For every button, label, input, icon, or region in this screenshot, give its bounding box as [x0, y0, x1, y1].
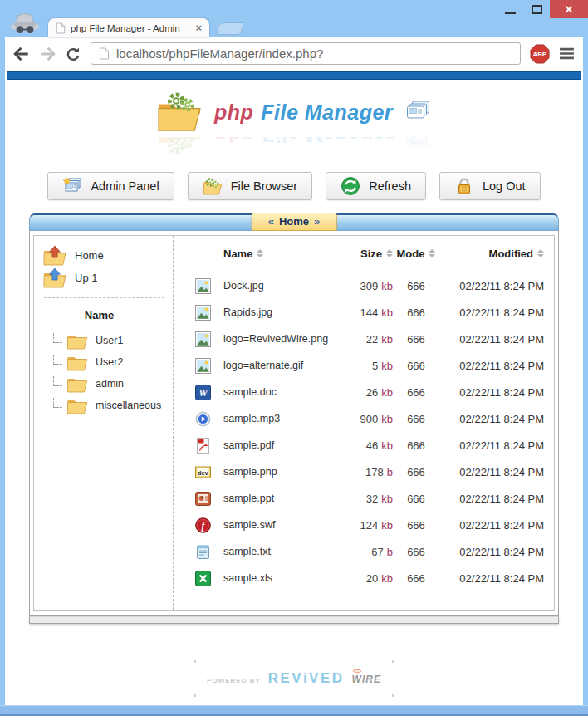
file-name-link[interactable]: sample.mp3: [223, 413, 333, 424]
dev-file-icon: dev: [195, 464, 223, 480]
file-name-link[interactable]: Dock.jpg: [223, 280, 333, 292]
action-button-admin-panel[interactable]: Admin Panel: [47, 172, 174, 200]
file-name-link[interactable]: Rapids.jpg: [223, 307, 333, 318]
svg-text:ABP: ABP: [533, 51, 548, 58]
column-header-name[interactable]: Name: [223, 248, 333, 260]
panel-header: «Home»: [29, 213, 559, 231]
file-size: 46kb: [366, 439, 393, 452]
folder-label: miscellaneous: [96, 400, 161, 411]
corner-dot: [392, 660, 394, 663]
file-name-link[interactable]: sample.swf: [223, 519, 333, 531]
table-row: sample.xls 20kb 666 02/22/11 8:24 PM: [195, 565, 544, 591]
sidebar-folder-admin[interactable]: admin: [42, 373, 173, 395]
sidebar-folder-user1[interactable]: User1: [42, 330, 173, 351]
back-icon[interactable]: [13, 47, 30, 61]
tab-close-icon[interactable]: ×: [195, 22, 202, 33]
tab-title: php File Manager - Admin: [71, 23, 190, 33]
file-size-unit: kb: [381, 493, 393, 505]
image-file-icon: [195, 278, 223, 294]
file-size: 67b: [371, 546, 393, 558]
panel-body: Home Up 1 Name User1 User2 admin miscell…: [29, 231, 559, 616]
forward-icon[interactable]: [39, 47, 56, 61]
logo-reflection: phpFile Manager: [5, 137, 583, 155]
chevron-right-icon: »: [314, 215, 320, 228]
sidebar-item-home[interactable]: Home: [42, 244, 173, 267]
sidebar-folder-miscellaneous[interactable]: miscellaneous: [42, 395, 173, 416]
powered-by-logo[interactable]: POWERED BY REViVED WIRE: [194, 660, 394, 697]
table-row: logo=RevivedWire.png 22kb 666 02/22/11 8…: [195, 326, 544, 352]
new-tab-button[interactable]: [215, 22, 244, 35]
swf-file-icon: f: [195, 517, 223, 533]
url-text[interactable]: localhost/phpFileManager/index.php?: [116, 47, 323, 61]
file-size-value: 20: [366, 572, 378, 585]
action-button-log-out[interactable]: Log Out: [439, 172, 541, 200]
minimize-button[interactable]: [497, 0, 523, 18]
tab-strip: php File Manager - Admin ×: [0, 18, 588, 37]
chevron-left-icon: «: [268, 215, 274, 228]
file-size-value: 22: [366, 333, 378, 346]
maximize-button[interactable]: [523, 0, 550, 18]
file-size-value: 26: [366, 386, 378, 399]
file-size-value: 5: [372, 360, 378, 372]
file-size: 5kb: [372, 360, 393, 372]
file-modified: 02/22/11 8:24 PM: [459, 572, 544, 585]
column-header-mode[interactable]: Mode: [397, 248, 436, 260]
file-name-link[interactable]: sample.php: [223, 466, 333, 478]
svg-text:W: W: [198, 387, 208, 399]
cards-icon: [404, 100, 433, 125]
file-modified: 02/22/11 8:24 PM: [459, 546, 544, 558]
column-header-size[interactable]: Size: [360, 248, 393, 260]
column-header-modified[interactable]: Modified: [489, 248, 544, 260]
browser-tab[interactable]: php File Manager - Admin ×: [48, 18, 209, 37]
file-browser-icon: [203, 177, 223, 195]
file-name-link[interactable]: sample.txt: [223, 546, 333, 557]
sidebar-folder-user2[interactable]: User2: [42, 351, 173, 373]
file-size: 124kb: [360, 519, 393, 532]
file-name-link[interactable]: logo=alternate.gif: [223, 360, 333, 371]
file-name-link[interactable]: sample.ppt: [223, 493, 333, 504]
site-logo: phpFile Manager phpFile Manager: [5, 91, 583, 155]
file-size: 144kb: [360, 307, 393, 319]
close-button[interactable]: ✕: [550, 0, 588, 18]
sidebar: Home Up 1 Name User1 User2 admin miscell…: [34, 236, 174, 610]
sort-icon: [257, 249, 263, 257]
svg-text:dev: dev: [198, 469, 208, 476]
file-mode: 666: [407, 386, 425, 399]
folder-gears-icon: [155, 91, 203, 133]
file-mode: 666: [407, 493, 425, 505]
folder-icon: [66, 354, 88, 371]
file-name-link[interactable]: sample.doc: [223, 386, 333, 398]
action-button-file-browser[interactable]: File Browser: [188, 172, 313, 200]
folder-icon: [66, 332, 88, 350]
site-footer: POWERED BY REViVED WIRE: [5, 660, 583, 697]
action-button-refresh[interactable]: Refresh: [326, 172, 426, 200]
browser-toolbar: localhost/phpFileManager/index.php? ABP: [5, 37, 583, 70]
sidebar-item-up-1[interactable]: Up 1: [42, 267, 173, 289]
file-size: 900kb: [360, 413, 393, 425]
image-file-icon: [195, 331, 223, 347]
reload-icon[interactable]: [65, 47, 81, 61]
file-modified: 02/22/11 8:24 PM: [459, 519, 544, 532]
file-size: 20kb: [366, 572, 393, 585]
file-name-link[interactable]: sample.pdf: [223, 439, 333, 451]
brand-primary: REViVED: [268, 670, 345, 687]
column-label: Name: [223, 248, 252, 260]
sidebar-item-label: Up 1: [75, 272, 97, 284]
file-name-link[interactable]: sample.xls: [223, 572, 333, 584]
file-name-link[interactable]: logo=RevivedWire.png: [223, 333, 333, 345]
tree-header: Name: [42, 309, 156, 321]
file-mode: 666: [407, 307, 425, 319]
window-controls: ✕: [497, 0, 588, 18]
admin-panel-icon: [62, 177, 82, 195]
sort-icon: [429, 249, 435, 257]
file-modified: 02/22/11 8:24 PM: [459, 439, 544, 452]
file-modified: 02/22/11 8:24 PM: [459, 280, 544, 292]
file-size-value: 144: [360, 307, 379, 319]
adblock-icon[interactable]: ABP: [530, 44, 550, 64]
folder-home-icon: [42, 245, 67, 266]
menu-icon[interactable]: [559, 47, 575, 60]
file-mode: 666: [407, 519, 425, 532]
breadcrumb[interactable]: «Home»: [252, 213, 337, 231]
url-bar[interactable]: localhost/phpFileManager/index.php?: [91, 42, 521, 65]
table-row: logo=alternate.gif 5kb 666 02/22/11 8:24…: [195, 352, 544, 379]
